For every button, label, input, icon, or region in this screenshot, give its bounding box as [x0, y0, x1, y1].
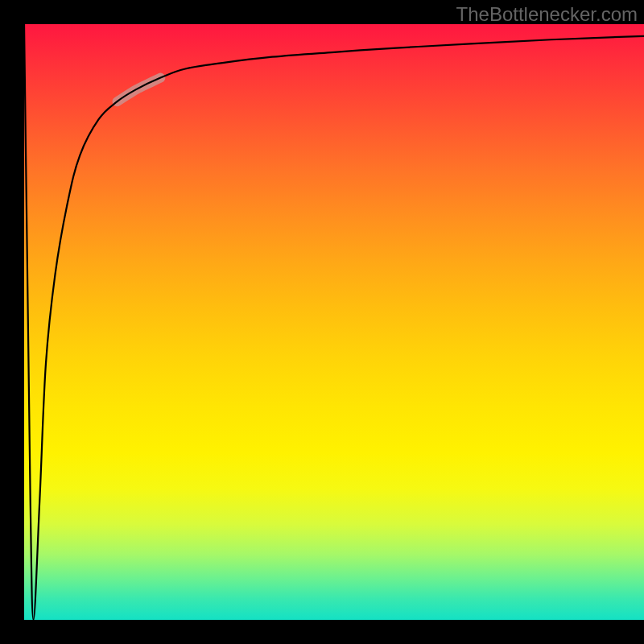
- watermark-text: TheBottlenecker.com: [456, 3, 638, 26]
- chart-stage: TheBottlenecker.com: [0, 0, 644, 644]
- chart-plot-area: [24, 24, 644, 620]
